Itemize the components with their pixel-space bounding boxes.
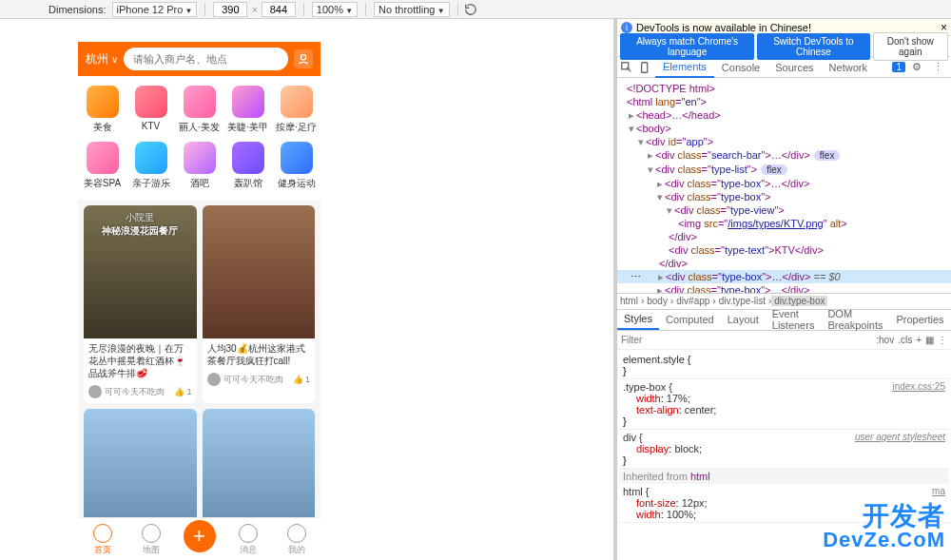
type-icon	[232, 142, 264, 174]
info-icon: i	[621, 22, 632, 33]
tab-network[interactable]: Network	[822, 57, 875, 78]
nav-profile[interactable]: 我的	[272, 524, 320, 556]
settings-icon[interactable]: ⚙	[907, 58, 926, 77]
box-model-icon[interactable]: ▦	[925, 335, 934, 345]
main-area: 杭州 美食KTV丽人·美发美睫·美甲按摩·足疗美容SPA亲子游乐酒吧轰趴馆健身运…	[0, 19, 951, 560]
search-user-icon[interactable]	[294, 49, 313, 68]
plus-icon: +	[184, 520, 216, 552]
rule-source-link[interactable]: ma	[932, 486, 945, 496]
banner-text: DevTools is now available in Chinese!	[636, 22, 811, 33]
search-input[interactable]	[124, 48, 288, 70]
type-icon	[135, 86, 167, 118]
tab-elements[interactable]: Elements	[655, 57, 714, 78]
styles-tabbar: Styles Computed Layout Event Listeners D…	[617, 310, 951, 331]
like-button[interactable]: 👍1	[174, 387, 191, 396]
nav-add[interactable]: +	[175, 528, 223, 552]
zoom-select[interactable]: 100%	[312, 2, 358, 17]
styles-filter-input[interactable]	[621, 335, 872, 345]
type-box[interactable]: 美食	[78, 82, 126, 138]
type-label: 美容SPA	[78, 177, 126, 190]
rule-source-link[interactable]: index.css:25	[892, 381, 945, 392]
device-toolbar: Dimensions: iPhone 12 Pro × 100% No thro…	[0, 0, 951, 19]
blog-card[interactable]: 人均30💰杭州这家港式茶餐厅我疯狂打call! 可可今天不吃肉 👍1	[203, 205, 316, 403]
new-rule-icon[interactable]: +	[916, 335, 922, 345]
css-rule[interactable]: user agent stylesheet div { display: blo…	[619, 430, 949, 469]
tab-layout[interactable]: Layout	[721, 309, 766, 330]
blog-card[interactable]: 小院里神秘浪漫花园餐厅 无尽浪漫的夜晚｜在万花丛中摇晃着红酒杯🍷品战斧牛排🥩 可…	[84, 205, 197, 403]
blog-title: 无尽浪漫的夜晚｜在万花丛中摇晃着红酒杯🍷品战斧牛排🥩	[84, 338, 197, 383]
height-input[interactable]	[262, 2, 296, 17]
rotate-icon[interactable]	[464, 3, 477, 16]
type-box[interactable]: KTV	[126, 82, 175, 138]
profile-icon	[287, 524, 306, 543]
css-rule[interactable]: element.style { }	[619, 352, 949, 379]
type-icon	[87, 142, 119, 174]
nav-map[interactable]: 地图	[126, 524, 175, 556]
type-label: 丽人·美发	[175, 121, 223, 134]
device-toggle-icon[interactable]	[636, 58, 655, 77]
cls-toggle[interactable]: .cls	[898, 335, 912, 345]
type-icon	[281, 86, 313, 118]
type-box[interactable]: 轰趴馆	[223, 138, 272, 194]
type-icon	[281, 142, 313, 174]
svg-point-0	[301, 55, 305, 60]
nav-messages[interactable]: 消息	[223, 524, 272, 556]
inspect-icon[interactable]	[617, 58, 636, 77]
type-label: 美睫·美甲	[223, 121, 272, 134]
device-viewport: 杭州 美食KTV丽人·美发美睫·美甲按摩·足疗美容SPA亲子游乐酒吧轰趴馆健身运…	[0, 19, 613, 560]
dimensions-label: Dimensions:	[45, 4, 110, 15]
message-icon	[239, 524, 258, 543]
type-box[interactable]: 健身运动	[272, 138, 320, 194]
tab-event-listeners[interactable]: Event Listeners	[766, 309, 822, 330]
type-box[interactable]: 美睫·美甲	[223, 82, 272, 138]
dont-show-button[interactable]: Don't show again	[873, 32, 948, 61]
type-icon	[135, 142, 167, 174]
blog-username: 可可今天不吃肉	[223, 374, 283, 386]
avatar	[88, 385, 102, 398]
tab-sources[interactable]: Sources	[767, 57, 821, 78]
tab-properties[interactable]: Properties	[889, 309, 950, 330]
bottom-nav: 首页 地图 + 消息 我的	[78, 517, 320, 560]
hov-toggle[interactable]: :hov	[876, 335, 894, 345]
tab-styles[interactable]: Styles	[617, 309, 659, 330]
phone-frame: 杭州 美食KTV丽人·美发美睫·美甲按摩·足疗美容SPA亲子游乐酒吧轰趴馆健身运…	[78, 42, 320, 560]
blog-username: 可可今天不吃肉	[105, 386, 165, 398]
avatar	[207, 373, 221, 386]
type-box[interactable]: 亲子游乐	[126, 138, 175, 194]
rule-source: user agent stylesheet	[855, 432, 945, 442]
type-box[interactable]: 按摩·足疗	[272, 82, 320, 138]
styles-filter-row: :hov .cls + ▦ ⋮	[617, 331, 951, 350]
like-button[interactable]: 👍1	[293, 375, 310, 384]
nav-home[interactable]: 首页	[78, 524, 126, 556]
blog-list: 小院里神秘浪漫花园餐厅 无尽浪漫的夜晚｜在万花丛中摇晃着红酒杯🍷品战斧牛排🥩 可…	[78, 200, 320, 548]
match-language-button[interactable]: Always match Chrome's language	[620, 33, 754, 60]
dom-tree[interactable]: <!DOCTYPE html> <html lang="en"> ▸<head>…	[617, 78, 951, 293]
devtools-panel: i DevTools is now available in Chinese! …	[616, 19, 951, 560]
device-select[interactable]: iPhone 12 Pro	[112, 2, 198, 17]
type-label: 酒吧	[175, 177, 223, 190]
city-picker[interactable]: 杭州	[86, 51, 118, 68]
blog-image	[203, 205, 316, 338]
type-icon	[232, 86, 264, 118]
tab-console[interactable]: Console	[714, 57, 767, 78]
width-input[interactable]	[213, 2, 247, 17]
watermark: 开发者 DevZe.CoM	[823, 503, 945, 550]
map-icon	[142, 524, 161, 543]
error-badge[interactable]: 1	[892, 62, 905, 72]
type-box[interactable]: 酒吧	[175, 138, 223, 194]
blog-meta: 可可今天不吃肉 👍1	[84, 383, 197, 403]
tab-computed[interactable]: Computed	[659, 309, 721, 330]
type-list: 美食KTV丽人·美发美睫·美甲按摩·足疗美容SPA亲子游乐酒吧轰趴馆健身运动	[78, 76, 320, 200]
type-icon	[184, 142, 216, 174]
dom-breadcrumb[interactable]: html›body›div#app›div.type-list›div.type…	[617, 293, 951, 310]
home-icon	[93, 524, 112, 543]
more-icon[interactable]: ⋮	[928, 58, 947, 77]
more-icon[interactable]: ⋮	[938, 335, 947, 345]
throttling-select[interactable]: No throttling	[374, 2, 449, 17]
type-label: 美食	[78, 121, 126, 134]
type-box[interactable]: 丽人·美发	[175, 82, 223, 138]
tab-dom-breakpoints[interactable]: DOM Breakpoints	[821, 309, 889, 330]
css-rule[interactable]: index.css:25 .type-box { width: 17%; tex…	[619, 379, 949, 430]
type-box[interactable]: 美容SPA	[78, 138, 126, 194]
switch-language-button[interactable]: Switch DevTools to Chinese	[757, 33, 869, 60]
